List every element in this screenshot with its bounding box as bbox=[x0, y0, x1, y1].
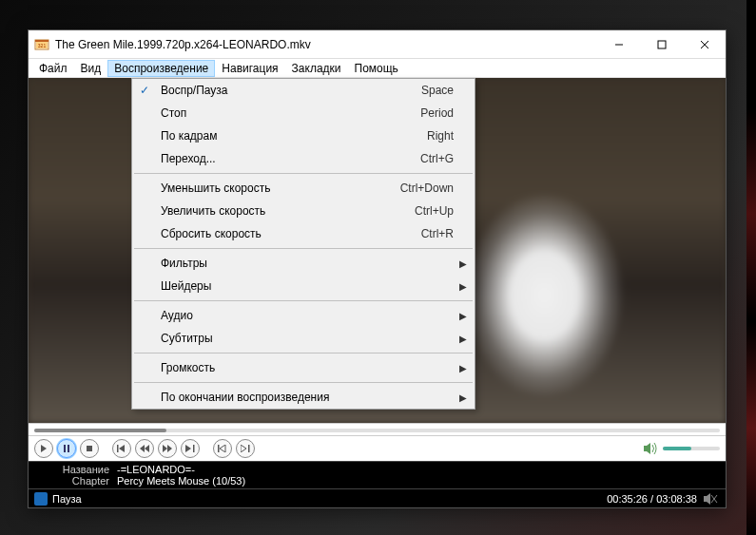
svg-marker-16 bbox=[163, 445, 167, 452]
menu-item[interactable]: Увеличить скоростьCtrl+Up bbox=[132, 200, 475, 222]
menu-item-label: Сбросить скорость bbox=[161, 227, 421, 240]
menu-item-label: По окончании воспроизведения bbox=[161, 391, 454, 404]
menu-item[interactable]: Сбросить скоростьCtrl+R bbox=[132, 222, 475, 245]
svg-rect-9 bbox=[64, 445, 66, 452]
close-button[interactable] bbox=[683, 30, 726, 59]
chevron-right-icon: ▶ bbox=[459, 258, 467, 269]
prev-track-button[interactable] bbox=[112, 439, 131, 458]
chevron-right-icon: ▶ bbox=[459, 392, 467, 403]
menu-item[interactable]: Уменьшить скоростьCtrl+Down bbox=[132, 177, 475, 200]
mute-icon[interactable] bbox=[703, 492, 720, 506]
menu-item-label: Аудио bbox=[161, 309, 454, 322]
seek-fill bbox=[34, 429, 166, 432]
menu-item-label: Переход... bbox=[161, 152, 420, 165]
svg-marker-17 bbox=[167, 445, 172, 452]
menu-separator bbox=[134, 248, 473, 249]
menu-help[interactable]: Помощь bbox=[348, 60, 405, 77]
menu-item[interactable]: Фильтры▶ bbox=[132, 252, 475, 275]
menu-item[interactable]: ✓Воспр/ПаузаSpace bbox=[132, 79, 475, 102]
pause-button[interactable] bbox=[57, 439, 76, 458]
play-button[interactable] bbox=[34, 439, 53, 458]
menu-view[interactable]: Вид bbox=[74, 60, 108, 77]
time-sep: / bbox=[648, 493, 656, 505]
status-text: Пауза bbox=[52, 493, 82, 505]
menu-item[interactable]: Субтитры▶ bbox=[132, 327, 475, 350]
svg-rect-23 bbox=[248, 445, 250, 452]
app-icon: 321 bbox=[34, 37, 49, 52]
step-back-button[interactable] bbox=[213, 439, 232, 458]
menu-item-shortcut: Ctrl+Up bbox=[415, 204, 454, 218]
svg-marker-13 bbox=[119, 445, 125, 452]
menu-separator bbox=[134, 382, 473, 383]
svg-rect-12 bbox=[117, 445, 119, 452]
menu-item-shortcut: Ctrl+Down bbox=[400, 182, 454, 195]
svg-marker-14 bbox=[140, 445, 145, 452]
info-chapter-value: Percy Meets Mouse (10/53) bbox=[117, 475, 245, 487]
menu-item-shortcut: Ctrl+G bbox=[420, 152, 454, 165]
menu-separator bbox=[134, 173, 473, 174]
svg-marker-24 bbox=[644, 443, 650, 454]
chevron-right-icon: ▶ bbox=[459, 311, 467, 321]
svg-marker-25 bbox=[704, 493, 710, 505]
menu-item-label: Фильтры bbox=[161, 257, 454, 270]
svg-marker-15 bbox=[145, 445, 149, 452]
menu-item-label: Громкость bbox=[161, 361, 454, 374]
window-title: The Green Mile.1999.720p.x264-LEONARDO.m… bbox=[55, 38, 597, 51]
menu-playback[interactable]: Воспроизведение bbox=[107, 60, 215, 77]
menu-separator bbox=[134, 353, 473, 353]
info-chapter-label: Chapter bbox=[36, 475, 117, 487]
menu-item-shortcut: Period bbox=[420, 106, 454, 120]
menu-item-shortcut: Space bbox=[421, 84, 454, 97]
stop-button[interactable] bbox=[80, 439, 99, 458]
menu-bookmarks[interactable]: Закладки bbox=[285, 60, 348, 77]
svg-rect-5 bbox=[658, 41, 666, 48]
status-icon bbox=[34, 492, 48, 506]
chevron-right-icon: ▶ bbox=[459, 334, 467, 344]
next-track-button[interactable] bbox=[181, 439, 200, 458]
menu-item[interactable]: Переход...Ctrl+G bbox=[132, 147, 475, 170]
svg-rect-11 bbox=[87, 446, 92, 451]
menu-item[interactable]: Аудио▶ bbox=[132, 304, 475, 327]
menu-item-label: По кадрам bbox=[161, 129, 427, 143]
control-bar bbox=[29, 436, 726, 461]
playback-menu: ✓Воспр/ПаузаSpaceСтопPeriodПо кадрамRigh… bbox=[131, 78, 475, 410]
svg-marker-18 bbox=[185, 445, 191, 452]
titlebar: 321 The Green Mile.1999.720p.x264-LEONAR… bbox=[29, 30, 726, 59]
info-name-label: Название bbox=[36, 464, 117, 475]
seekbar[interactable] bbox=[29, 423, 726, 436]
step-forward-button[interactable] bbox=[236, 439, 255, 458]
rewind-button[interactable] bbox=[135, 439, 154, 458]
menu-item-label: Уменьшить скорость bbox=[161, 182, 400, 195]
chevron-right-icon: ▶ bbox=[459, 363, 467, 373]
menu-item-shortcut: Ctrl+R bbox=[421, 227, 454, 240]
check-icon: ✓ bbox=[140, 84, 149, 97]
menu-item-label: Воспр/Пауза bbox=[161, 84, 421, 97]
maximize-button[interactable] bbox=[640, 30, 683, 59]
player-window: 321 The Green Mile.1999.720p.x264-LEONAR… bbox=[28, 29, 727, 508]
svg-marker-21 bbox=[220, 445, 225, 452]
menu-item[interactable]: По окончании воспроизведения▶ bbox=[132, 386, 475, 409]
volume-fill bbox=[663, 447, 691, 450]
info-panel: Название -=LEONARDO=- Chapter Percy Meet… bbox=[29, 461, 726, 488]
menu-item-label: Субтитры bbox=[161, 332, 454, 345]
volume-icon[interactable] bbox=[642, 441, 659, 456]
menu-item[interactable]: СтопPeriod bbox=[132, 102, 475, 124]
forward-button[interactable] bbox=[158, 439, 177, 458]
status-bar: Пауза 00:35:26 / 03:08:38 bbox=[29, 488, 726, 507]
menubar: Файл Вид Воспроизведение Навигация Закла… bbox=[29, 59, 726, 78]
menu-item-label: Увеличить скорость bbox=[161, 204, 415, 218]
menu-item-label: Стоп bbox=[161, 106, 420, 120]
volume-slider[interactable] bbox=[663, 447, 720, 450]
menu-navigation[interactable]: Навигация bbox=[215, 60, 284, 77]
menu-file[interactable]: Файл bbox=[32, 60, 74, 77]
svg-rect-2 bbox=[35, 40, 48, 42]
svg-marker-22 bbox=[241, 445, 246, 452]
menu-item-shortcut: Right bbox=[427, 129, 454, 143]
minimize-button[interactable] bbox=[597, 30, 640, 59]
menu-item[interactable]: По кадрамRight bbox=[132, 124, 475, 147]
time-total: 03:08:38 bbox=[656, 493, 697, 505]
time-current: 00:35:26 bbox=[607, 493, 648, 505]
menu-separator bbox=[134, 300, 473, 301]
menu-item[interactable]: Шейдеры▶ bbox=[132, 275, 475, 297]
menu-item[interactable]: Громкость▶ bbox=[132, 356, 475, 379]
